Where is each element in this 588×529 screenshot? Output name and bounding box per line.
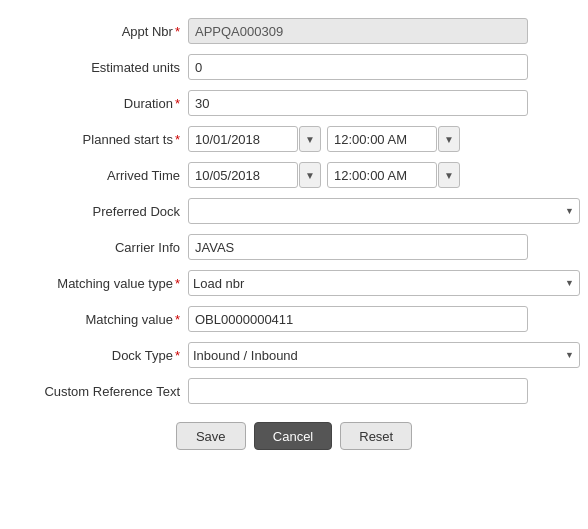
duration-input[interactable] bbox=[188, 90, 528, 116]
planned-start-field: ▼ ▼ bbox=[188, 126, 580, 152]
planned-start-date-dropdown[interactable]: ▼ bbox=[299, 126, 321, 152]
preferred-dock-select[interactable]: Dock 1 Dock 2 Dock 3 bbox=[188, 198, 580, 224]
duration-row: Duration* bbox=[8, 88, 580, 118]
appointment-form: Appt Nbr* Estimated units Duration* Plan… bbox=[8, 16, 580, 450]
arrived-time-date-input[interactable] bbox=[188, 162, 298, 188]
dock-type-row: Dock Type* Inbound / Inbound Outbound / … bbox=[8, 340, 580, 370]
planned-start-time-input[interactable] bbox=[327, 126, 437, 152]
matching-value-type-field: Load nbr Order nbr Shipment nbr bbox=[188, 270, 580, 296]
dock-type-select[interactable]: Inbound / Inbound Outbound / Outbound bbox=[188, 342, 580, 368]
duration-label: Duration* bbox=[8, 96, 188, 111]
estimated-units-field bbox=[188, 54, 580, 80]
matching-value-label: Matching value* bbox=[8, 312, 188, 327]
carrier-info-row: Carrier Info bbox=[8, 232, 580, 262]
preferred-dock-label: Preferred Dock bbox=[8, 204, 188, 219]
arrived-time-row: Arrived Time ▼ ▼ bbox=[8, 160, 580, 190]
matching-value-input[interactable] bbox=[188, 306, 528, 332]
custom-reference-text-label: Custom Reference Text bbox=[8, 384, 188, 399]
planned-start-row: Planned start ts* ▼ ▼ bbox=[8, 124, 580, 154]
required-star: * bbox=[175, 24, 180, 39]
custom-reference-text-row: Custom Reference Text bbox=[8, 376, 580, 406]
preferred-dock-field: Dock 1 Dock 2 Dock 3 bbox=[188, 198, 580, 224]
preferred-dock-row: Preferred Dock Dock 1 Dock 2 Dock 3 bbox=[8, 196, 580, 226]
planned-start-time-dropdown[interactable]: ▼ bbox=[438, 126, 460, 152]
estimated-units-row: Estimated units bbox=[8, 52, 580, 82]
custom-reference-text-input[interactable] bbox=[188, 378, 528, 404]
cancel-button[interactable]: Cancel bbox=[254, 422, 332, 450]
matching-value-type-select-container: Load nbr Order nbr Shipment nbr bbox=[188, 270, 580, 296]
matching-value-field bbox=[188, 306, 580, 332]
appt-nbr-label: Appt Nbr* bbox=[8, 24, 188, 39]
arrived-time-date-dropdown[interactable]: ▼ bbox=[299, 162, 321, 188]
estimated-units-input[interactable] bbox=[188, 54, 528, 80]
matching-value-type-select[interactable]: Load nbr Order nbr Shipment nbr bbox=[188, 270, 580, 296]
required-star: * bbox=[175, 132, 180, 147]
required-star: * bbox=[175, 348, 180, 363]
required-star: * bbox=[175, 276, 180, 291]
required-star: * bbox=[175, 312, 180, 327]
matching-value-type-row: Matching value type* Load nbr Order nbr … bbox=[8, 268, 580, 298]
matching-value-row: Matching value* bbox=[8, 304, 580, 334]
buttons-row: Save Cancel Reset bbox=[8, 422, 580, 450]
duration-field bbox=[188, 90, 580, 116]
appt-nbr-row: Appt Nbr* bbox=[8, 16, 580, 46]
arrived-time-time-dropdown[interactable]: ▼ bbox=[438, 162, 460, 188]
dock-type-field: Inbound / Inbound Outbound / Outbound bbox=[188, 342, 580, 368]
arrived-time-time-input[interactable] bbox=[327, 162, 437, 188]
estimated-units-label: Estimated units bbox=[8, 60, 188, 75]
custom-reference-text-field bbox=[188, 378, 580, 404]
matching-value-type-label: Matching value type* bbox=[8, 276, 188, 291]
dock-type-label: Dock Type* bbox=[8, 348, 188, 363]
carrier-info-input[interactable] bbox=[188, 234, 528, 260]
arrived-time-field: ▼ ▼ bbox=[188, 162, 580, 188]
carrier-info-field bbox=[188, 234, 580, 260]
arrived-time-label: Arrived Time bbox=[8, 168, 188, 183]
preferred-dock-select-container: Dock 1 Dock 2 Dock 3 bbox=[188, 198, 580, 224]
appt-nbr-field bbox=[188, 18, 580, 44]
save-button[interactable]: Save bbox=[176, 422, 246, 450]
carrier-info-label: Carrier Info bbox=[8, 240, 188, 255]
reset-button[interactable]: Reset bbox=[340, 422, 412, 450]
appt-nbr-input[interactable] bbox=[188, 18, 528, 44]
dock-type-select-container: Inbound / Inbound Outbound / Outbound bbox=[188, 342, 580, 368]
planned-start-date-input[interactable] bbox=[188, 126, 298, 152]
required-star: * bbox=[175, 96, 180, 111]
planned-start-label: Planned start ts* bbox=[8, 132, 188, 147]
